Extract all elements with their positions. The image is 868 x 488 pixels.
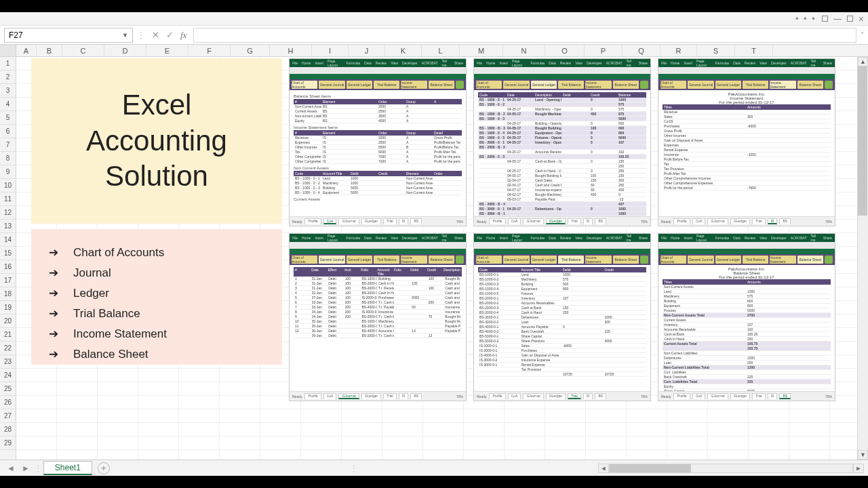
fx-icon[interactable]: fx xyxy=(180,30,186,41)
row-header[interactable]: 19 xyxy=(0,301,16,314)
col-header[interactable]: L xyxy=(422,45,460,56)
col-header[interactable]: K xyxy=(385,45,422,56)
col-header[interactable]: R xyxy=(660,45,697,56)
scroll-down-icon[interactable]: ▼ xyxy=(858,450,868,460)
vertical-scrollbar[interactable]: ▲ ▼ xyxy=(857,57,868,460)
col-header[interactable]: E xyxy=(146,45,189,56)
title-line-1: Excel xyxy=(122,89,192,121)
row-header[interactable]: 23 xyxy=(0,355,16,369)
feature-item: ➔Chart of Accounts xyxy=(49,243,264,263)
col-header[interactable]: T xyxy=(735,45,773,56)
row-header[interactable]: 8 xyxy=(0,152,16,165)
row-header[interactable]: 21 xyxy=(0,328,16,342)
maximize-icon[interactable] xyxy=(847,16,853,22)
row-header[interactable]: 20 xyxy=(0,314,16,328)
zoom-level: 70% xyxy=(641,220,648,224)
arrow-icon: ➔ xyxy=(49,243,58,263)
col-header[interactable]: Q xyxy=(623,45,660,56)
scroll-thumb[interactable] xyxy=(610,464,691,472)
features-block: ➔Chart of Accounts➔Journal➔Ledger➔Trial … xyxy=(31,229,282,365)
col-header[interactable]: M xyxy=(460,45,503,56)
col-header[interactable]: B xyxy=(37,45,62,56)
screenshot-thumbnails: FileHomeInsertPage LayoutFormulasDataRev… xyxy=(289,58,852,445)
arrow-icon: ➔ xyxy=(49,344,58,365)
sheet-tab-sheet1[interactable]: Sheet1 xyxy=(43,461,92,475)
scroll-thumb[interactable] xyxy=(858,66,867,216)
row-header[interactable]: 6 xyxy=(0,125,16,138)
worksheet-grid[interactable]: Excel Accounting Solution ➔Chart of Acco… xyxy=(16,57,868,460)
feature-item: ➔Journal xyxy=(49,263,264,283)
scroll-up-icon[interactable]: ▲ xyxy=(858,57,868,66)
row-header[interactable]: 24 xyxy=(0,369,16,382)
ribbon-options-icon[interactable]: • • • xyxy=(795,14,816,24)
formula-input[interactable] xyxy=(193,28,856,43)
thumb-journal: FileHomeInsertPage LayoutFormulasDataRev… xyxy=(289,233,467,401)
col-header[interactable]: I xyxy=(312,45,349,56)
row-header[interactable]: 7 xyxy=(0,138,16,152)
feature-label: Chart of Accounts xyxy=(73,243,164,263)
row-header[interactable]: 17 xyxy=(0,274,16,287)
row-header[interactable]: 16 xyxy=(0,260,16,274)
tab-nav-right-icon[interactable]: ► xyxy=(19,464,33,473)
minimize-icon[interactable] xyxy=(833,19,842,20)
select-all-corner[interactable] xyxy=(0,45,16,56)
thumb-income-statement: FileHomeInsertPage LayoutFormulasDataRev… xyxy=(658,58,835,226)
col-header[interactable]: O xyxy=(545,45,585,56)
arrow-icon: ➔ xyxy=(49,304,58,324)
status-ready: Ready xyxy=(661,220,671,224)
row-header[interactable]: 22 xyxy=(0,342,16,355)
thumb-coa: FileHomeInsertPage LayoutFormulasDataRev… xyxy=(289,58,467,226)
row-header[interactable]: 9 xyxy=(0,165,16,179)
scroll-left-icon[interactable]: ◄ xyxy=(598,464,609,473)
row-header[interactable]: 18 xyxy=(0,287,16,301)
feature-label: Ledger xyxy=(73,283,109,304)
row-header[interactable]: 1 xyxy=(0,57,16,70)
row-header[interactable]: 14 xyxy=(0,233,16,247)
enter-icon[interactable]: ✓ xyxy=(166,30,174,41)
row-header[interactable]: 15 xyxy=(0,247,16,260)
row-header[interactable]: 13 xyxy=(0,220,16,233)
scroll-right-icon[interactable]: ► xyxy=(853,464,864,473)
restore-icon[interactable] xyxy=(822,16,828,22)
col-header[interactable]: H xyxy=(270,45,312,56)
feature-label: Trial Balance xyxy=(73,304,140,324)
col-header[interactable]: N xyxy=(503,45,545,56)
row-header[interactable]: 3 xyxy=(0,84,16,98)
name-box[interactable]: F27 ▼ xyxy=(4,28,133,43)
row-header[interactable]: 25 xyxy=(0,382,16,396)
name-box-value: F27 xyxy=(9,30,23,40)
close-icon[interactable]: × xyxy=(859,16,864,22)
new-sheet-button[interactable]: + xyxy=(98,462,110,474)
col-header[interactable]: J xyxy=(349,45,385,56)
tab-nav-left-icon[interactable]: ◄ xyxy=(4,464,18,473)
expand-formula-bar-icon[interactable]: ˅ xyxy=(861,31,864,39)
row-header[interactable]: 29 xyxy=(0,436,16,450)
col-header[interactable]: D xyxy=(104,45,146,56)
col-header[interactable]: P xyxy=(585,45,623,56)
row-header[interactable]: 28 xyxy=(0,423,16,436)
row-header[interactable]: 12 xyxy=(0,206,16,220)
feature-label: Income Statement xyxy=(73,324,167,344)
status-ready: Ready xyxy=(661,394,671,399)
row-header[interactable]: 4 xyxy=(0,98,16,111)
row-headers[interactable]: 1234567891011121314151617181920212223242… xyxy=(0,57,16,460)
column-headers[interactable]: ABCDEFGHIJKLMNOPQRST xyxy=(0,45,868,57)
col-header[interactable]: C xyxy=(62,45,104,56)
row-header[interactable]: 10 xyxy=(0,179,16,192)
status-ready: Ready xyxy=(292,220,302,224)
name-box-dropdown-icon[interactable]: ▼ xyxy=(122,32,128,39)
row-header[interactable]: 11 xyxy=(0,192,16,206)
col-header[interactable]: A xyxy=(16,45,37,56)
cancel-icon[interactable]: ✕ xyxy=(152,30,159,41)
horizontal-scrollbar[interactable]: ◄ ► xyxy=(598,464,864,473)
thumb-ledger: FileHomeInsertPage LayoutFormulasDataRev… xyxy=(473,58,651,226)
row-header[interactable]: 27 xyxy=(0,409,16,423)
zoom-level: 70% xyxy=(825,394,832,399)
row-header[interactable]: 2 xyxy=(0,70,16,84)
row-header[interactable]: 26 xyxy=(0,396,16,409)
col-header[interactable]: G xyxy=(231,45,270,56)
col-header[interactable]: S xyxy=(697,45,735,56)
row-header[interactable]: 5 xyxy=(0,111,16,125)
window-titlebar: • • • × xyxy=(0,12,868,26)
col-header[interactable]: F xyxy=(189,45,231,56)
